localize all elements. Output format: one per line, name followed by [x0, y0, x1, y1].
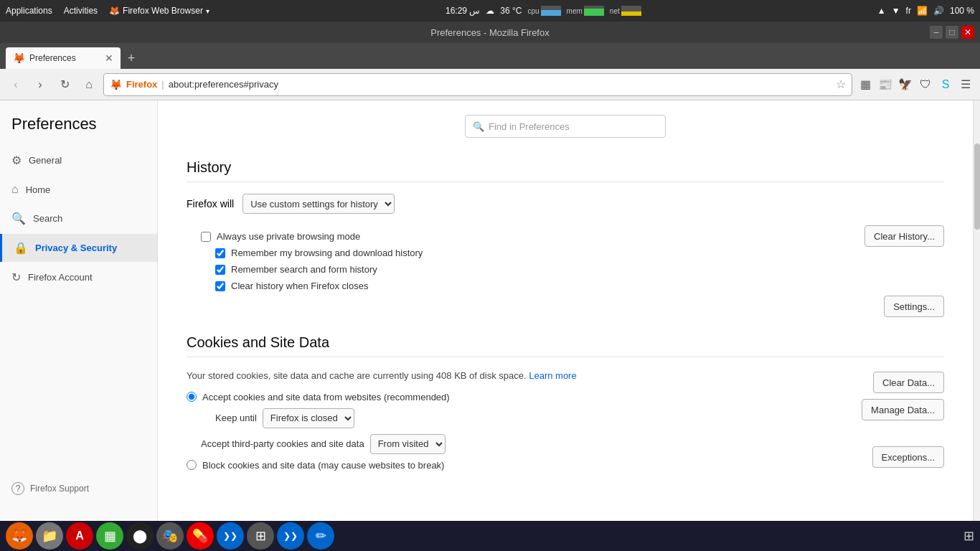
cookies-info-text: Your stored cookies, site data and cache… [187, 369, 847, 383]
third-party-dropdown[interactable]: From visited Always Never [370, 434, 446, 454]
forward-button[interactable]: › [30, 75, 50, 95]
sidebar-label-account: Firefox Account [28, 272, 93, 283]
block-cookies-row: Block cookies and site data (may cause w… [187, 460, 847, 471]
reader-icon[interactable]: 📰 [877, 76, 894, 93]
block-cookies-label: Block cookies and site data (may cause w… [202, 460, 444, 471]
account-icon: ↻ [11, 270, 21, 284]
browser-menu[interactable]: 🦊 Firefox Web Browser ▾ [109, 6, 209, 16]
search-container: 🔍 Find in Preferences [187, 100, 944, 145]
scrollbar-thumb[interactable] [974, 143, 980, 230]
sidebar-label-privacy: Privacy & Security [35, 242, 117, 253]
activities-button[interactable]: Activities [64, 6, 98, 16]
accept-cookies-label: Accept cookies and site data from websit… [202, 392, 450, 402]
sidebar-item-home[interactable]: ⌂ Home [0, 176, 157, 203]
sidebar: Preferences ⚙ General ⌂ Home 🔍 Search 🔒 … [0, 100, 158, 521]
sidebar-label-general: General [29, 155, 62, 166]
reload-button[interactable]: ↻ [55, 75, 75, 95]
new-tab-button[interactable]: + [121, 47, 142, 69]
scrollbar[interactable] [973, 100, 980, 521]
back-button[interactable]: ‹ [6, 75, 26, 95]
shield-icon[interactable]: 🛡 [917, 76, 934, 93]
maximize-button[interactable]: □ [946, 26, 958, 39]
support-icon: ? [11, 482, 24, 495]
net-indicator: net [610, 6, 641, 16]
remember-search-checkbox[interactable] [215, 265, 225, 275]
firefox-indicator: 🦊 [110, 79, 122, 90]
sidebar-item-account[interactable]: ↻ Firefox Account [0, 263, 157, 291]
cookies-section-title: Cookies and Site Data [187, 334, 944, 357]
temp-display: 36 °C [500, 6, 522, 16]
mem-indicator: mem [567, 6, 604, 16]
preferences-search[interactable]: 🔍 Find in Preferences [465, 115, 666, 138]
cpu-indicator: cpu [527, 6, 560, 16]
sidebar-bottom: ? Firefox Support [0, 471, 157, 507]
learn-more-link[interactable]: Learn more [529, 370, 576, 381]
sidebar-item-search[interactable]: 🔍 Search [0, 204, 157, 232]
home-button[interactable]: ⌂ [79, 75, 99, 95]
block-cookies-radio[interactable] [187, 460, 197, 470]
bookmark-star-icon[interactable]: ☆ [836, 77, 846, 91]
keep-until-dropdown[interactable]: Firefox is closed They expire I close Fi… [263, 408, 354, 428]
tab-close-icon[interactable]: ✕ [105, 52, 113, 64]
always-private-checkbox[interactable] [201, 232, 211, 242]
lang-indicator[interactable]: fr [906, 6, 911, 16]
sidebar-icon[interactable]: ▦ [857, 76, 874, 93]
search-placeholder: Find in Preferences [489, 121, 570, 132]
weather-icon: ☁ [486, 6, 494, 16]
always-private-row: Always use private browsing mode [201, 231, 864, 242]
clear-data-button[interactable]: Clear Data... [873, 372, 944, 393]
third-party-row: Accept third-party cookies and site data… [201, 434, 847, 454]
volume-icon: 🔊 [933, 6, 944, 16]
tracking-icon[interactable]: 🦅 [897, 76, 914, 93]
minimize-button[interactable]: – [930, 26, 943, 39]
tab-label: Preferences [29, 53, 76, 63]
keep-until-label: Keep until [215, 413, 257, 423]
history-mode-dropdown[interactable]: Use custom settings for history Remember… [242, 194, 395, 214]
sidebar-item-general[interactable]: ⚙ General [0, 146, 157, 174]
firefox-will-label: Firefox will [187, 198, 234, 209]
clear-history-button[interactable]: Clear History... [864, 225, 944, 247]
address-bar-separator: | [161, 79, 164, 90]
close-button[interactable]: ✕ [961, 26, 974, 39]
browser-title: Preferences - Mozilla Firefox [430, 27, 549, 38]
clear-on-close-checkbox[interactable] [215, 281, 225, 291]
address-bar-prefix: Firefox [126, 79, 157, 90]
sidebar-item-privacy[interactable]: 🔒 Privacy & Security [0, 234, 157, 262]
down-arrow-icon: ▼ [892, 6, 900, 16]
browser-titlebar: Preferences - Mozilla Firefox – □ ✕ [0, 22, 980, 43]
remember-search-row: Remember search and form history [215, 264, 864, 275]
accept-cookies-radio[interactable] [187, 392, 197, 402]
address-bar[interactable]: 🦊 Firefox | about:preferences#privacy ☆ [103, 73, 852, 96]
third-party-label: Accept third-party cookies and site data [201, 438, 364, 449]
sidebar-support[interactable]: ? Firefox Support [11, 482, 146, 495]
support-label: Firefox Support [30, 484, 89, 494]
applications-menu[interactable]: Applications [6, 6, 52, 16]
sidebar-title: Preferences [0, 115, 157, 145]
history-checkboxes: Always use private browsing mode Remembe… [187, 225, 864, 297]
manage-data-button[interactable]: Manage Data... [862, 399, 944, 420]
skype-icon[interactable]: S [937, 76, 954, 93]
general-icon: ⚙ [11, 154, 22, 167]
menu-icon[interactable]: ☰ [957, 76, 974, 93]
main-content: 🔍 Find in Preferences History Firefox wi… [158, 100, 973, 521]
history-checkbox-area: Always use private browsing mode Remembe… [187, 225, 944, 317]
remember-search-label: Remember search and form history [231, 264, 377, 275]
privacy-icon: 🔒 [14, 241, 28, 255]
os-topbar-center: 16:29 س ☁ 36 °C cpu mem net [446, 6, 641, 16]
search-icon: 🔍 [473, 121, 484, 132]
cookies-buttons-container: Your stored cookies, site data and cache… [187, 369, 944, 476]
keep-until-row: Keep until Firefox is closed They expire… [215, 408, 847, 428]
always-private-label: Always use private browsing mode [217, 231, 360, 242]
browser-toolbar: ‹ › ↻ ⌂ 🦊 Firefox | about:preferences#pr… [0, 69, 980, 100]
accept-cookies-row: Accept cookies and site data from websit… [187, 392, 847, 402]
clear-on-close-row: Clear history when Firefox closes [215, 281, 864, 291]
active-tab[interactable]: 🦊 Preferences ✕ [6, 47, 121, 69]
remember-browsing-checkbox[interactable] [215, 248, 225, 258]
clear-on-close-label: Clear history when Firefox closes [231, 281, 368, 291]
exceptions-button[interactable]: Exceptions... [872, 446, 944, 468]
history-settings-button[interactable]: Settings... [884, 296, 944, 317]
url-text[interactable]: about:preferences#privacy [169, 79, 831, 90]
remember-browsing-label: Remember my browsing and download histor… [231, 248, 423, 258]
home-icon: ⌂ [11, 183, 19, 196]
browser-tabs: 🦊 Preferences ✕ + [0, 43, 980, 69]
